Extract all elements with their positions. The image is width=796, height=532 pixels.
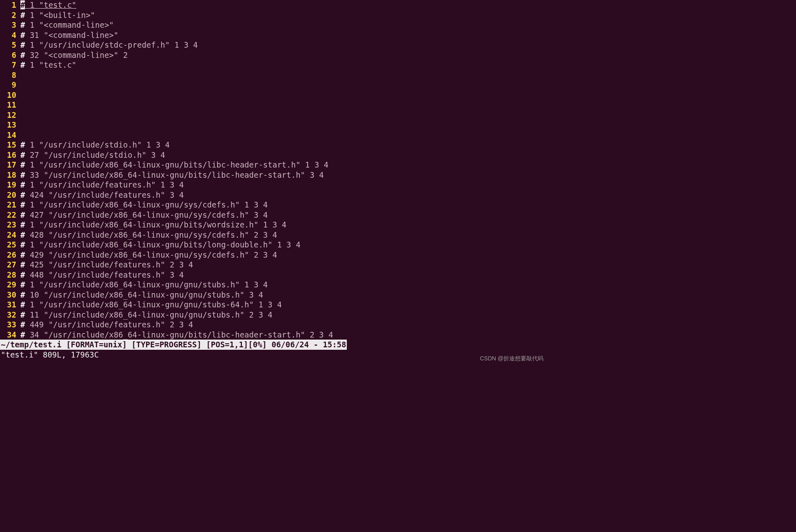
- code-text[interactable]: # 10 "/usr/include/x86_64-linux-gnu/gnu/…: [17, 290, 263, 300]
- code-text[interactable]: # 448 "/usr/include/features.h" 3 4: [17, 270, 184, 280]
- code-line[interactable]: 34# 34 "/usr/include/x86_64-linux-gnu/bi…: [0, 330, 547, 340]
- code-line[interactable]: 8: [0, 70, 547, 80]
- code-line[interactable]: 2# 1 "<built-in>": [0, 10, 547, 20]
- code-line[interactable]: 30# 10 "/usr/include/x86_64-linux-gnu/gn…: [0, 290, 547, 300]
- code-line[interactable]: 21# 1 "/usr/include/x86_64-linux-gnu/sys…: [0, 200, 547, 210]
- code-text[interactable]: # 1 "/usr/include/features.h" 1 3 4: [17, 180, 184, 190]
- hash-char: #: [20, 320, 25, 329]
- code-line[interactable]: 17# 1 "/usr/include/x86_64-linux-gnu/bit…: [0, 160, 547, 170]
- code-text[interactable]: # 27 "/usr/include/stdio.h" 3 4: [17, 150, 165, 160]
- code-line[interactable]: 18# 33 "/usr/include/x86_64-linux-gnu/bi…: [0, 170, 547, 180]
- code-line[interactable]: 3# 1 "<command-line>": [0, 20, 547, 30]
- code-text[interactable]: # 449 "/usr/include/features.h" 2 3 4: [17, 320, 193, 330]
- code-text[interactable]: # 1 "<built-in>": [17, 10, 95, 20]
- code-rest: 10 "/usr/include/x86_64-linux-gnu/gnu/st…: [25, 290, 263, 299]
- code-line[interactable]: 16# 27 "/usr/include/stdio.h" 3 4: [0, 150, 547, 160]
- hash-char: #: [20, 51, 25, 60]
- code-text[interactable]: # 1 "<command-line>": [17, 20, 114, 30]
- code-line[interactable]: 4# 31 "<command-line>": [0, 30, 547, 40]
- hash-char: #: [20, 290, 25, 299]
- line-number: 18: [0, 170, 17, 180]
- code-line[interactable]: 6# 32 "<command-line>" 2: [0, 50, 547, 60]
- code-line[interactable]: 22# 427 "/usr/include/x86_64-linux-gnu/s…: [0, 210, 547, 220]
- code-rest: 11 "/usr/include/x86_64-linux-gnu/gnu/st…: [25, 310, 272, 319]
- code-line[interactable]: 7# 1 "test.c": [0, 60, 547, 70]
- code-line[interactable]: 19# 1 "/usr/include/features.h" 1 3 4: [0, 180, 547, 190]
- code-text[interactable]: # 428 "/usr/include/x86_64-linux-gnu/sys…: [17, 230, 277, 240]
- code-line[interactable]: 32# 11 "/usr/include/x86_64-linux-gnu/gn…: [0, 310, 547, 320]
- code-text[interactable]: # 1 "test.c": [17, 60, 76, 70]
- hash-char: #: [20, 40, 25, 49]
- code-line[interactable]: 24# 428 "/usr/include/x86_64-linux-gnu/s…: [0, 230, 547, 240]
- csdn-watermark: CSDN @折途想要敲代码: [480, 353, 543, 364]
- code-text[interactable]: # 1 "/usr/include/x86_64-linux-gnu/bits/…: [17, 240, 300, 250]
- line-number: 6: [0, 50, 17, 60]
- code-rest: 32 "<command-line>" 2: [25, 51, 128, 60]
- code-text[interactable]: # 34 "/usr/include/x86_64-linux-gnu/bits…: [17, 330, 333, 340]
- line-number: 28: [0, 270, 17, 280]
- code-line[interactable]: 10: [0, 90, 547, 100]
- code-line[interactable]: 11: [0, 100, 547, 110]
- code-text[interactable]: # 31 "<command-line>": [17, 30, 118, 40]
- line-number: 14: [0, 130, 17, 140]
- hash-char: #: [20, 200, 25, 209]
- code-text[interactable]: # 424 "/usr/include/features.h" 3 4: [17, 190, 184, 200]
- code-rest: 1 "<command-line>": [25, 20, 113, 29]
- hash-char: #: [20, 260, 25, 269]
- code-line[interactable]: 20# 424 "/usr/include/features.h" 3 4: [0, 190, 547, 200]
- hash-char: #: [20, 140, 25, 149]
- line-number: 7: [0, 60, 17, 70]
- code-line[interactable]: 31# 1 "/usr/include/x86_64-linux-gnu/gnu…: [0, 300, 547, 310]
- code-text[interactable]: # 1 "/usr/include/x86_64-linux-gnu/bits/…: [17, 160, 328, 170]
- code-text[interactable]: # 1 "test.c": [17, 0, 76, 10]
- code-rest: 31 "<command-line>": [25, 31, 118, 40]
- code-text[interactable]: # 11 "/usr/include/x86_64-linux-gnu/gnu/…: [17, 310, 273, 320]
- line-number: 13: [0, 120, 17, 130]
- code-line[interactable]: 33# 449 "/usr/include/features.h" 2 3 4: [0, 320, 547, 330]
- code-text[interactable]: # 32 "<command-line>" 2: [17, 50, 128, 60]
- code-line[interactable]: 9: [0, 80, 547, 90]
- code-text[interactable]: # 425 "/usr/include/features.h" 2 3 4: [17, 260, 193, 270]
- code-line[interactable]: 26# 429 "/usr/include/x86_64-linux-gnu/s…: [0, 250, 547, 260]
- line-number: 17: [0, 160, 17, 170]
- hash-char: #: [20, 230, 25, 239]
- code-text[interactable]: # 427 "/usr/include/x86_64-linux-gnu/sys…: [17, 210, 268, 220]
- code-text[interactable]: # 1 "/usr/include/stdio.h" 1 3 4: [17, 140, 170, 150]
- code-text[interactable]: # 1 "/usr/include/x86_64-linux-gnu/gnu/s…: [17, 300, 282, 310]
- code-text[interactable]: # 1 "/usr/include/x86_64-linux-gnu/gnu/s…: [17, 280, 268, 290]
- code-text[interactable]: # 1 "/usr/include/stdc-predef.h" 1 3 4: [17, 40, 198, 50]
- line-number: 5: [0, 40, 17, 50]
- code-line[interactable]: 1# 1 "test.c": [0, 0, 547, 10]
- code-rest: 1 "/usr/include/stdc-predef.h" 1 3 4: [25, 40, 197, 49]
- code-rest: 1 "/usr/include/features.h" 1 3 4: [25, 180, 184, 189]
- code-rest: 449 "/usr/include/features.h" 2 3 4: [25, 320, 193, 329]
- code-line[interactable]: 5# 1 "/usr/include/stdc-predef.h" 1 3 4: [0, 40, 547, 50]
- line-number: 27: [0, 260, 17, 270]
- hash-char: #: [20, 190, 25, 199]
- code-text[interactable]: # 33 "/usr/include/x86_64-linux-gnu/bits…: [17, 170, 324, 180]
- line-number: 21: [0, 200, 17, 210]
- code-rest: 1 "/usr/include/x86_64-linux-gnu/gnu/stu…: [25, 300, 282, 309]
- code-text[interactable]: # 1 "/usr/include/x86_64-linux-gnu/bits/…: [17, 220, 286, 230]
- code-rest: 425 "/usr/include/features.h" 2 3 4: [25, 260, 193, 269]
- code-line[interactable]: 14: [0, 130, 547, 140]
- line-number: 22: [0, 210, 17, 220]
- editor-viewport[interactable]: 1# 1 "test.c"2# 1 "<built-in>"3# 1 "<com…: [0, 0, 547, 340]
- code-line[interactable]: 25# 1 "/usr/include/x86_64-linux-gnu/bit…: [0, 240, 547, 250]
- line-number: 4: [0, 30, 17, 40]
- code-line[interactable]: 29# 1 "/usr/include/x86_64-linux-gnu/gnu…: [0, 280, 547, 290]
- code-text[interactable]: # 1 "/usr/include/x86_64-linux-gnu/sys/c…: [17, 200, 268, 210]
- code-line[interactable]: 13: [0, 120, 547, 130]
- line-number: 3: [0, 20, 17, 30]
- line-number: 23: [0, 220, 17, 230]
- line-number: 29: [0, 280, 17, 290]
- code-line[interactable]: 12: [0, 110, 547, 120]
- hash-char: #: [20, 31, 25, 40]
- code-line[interactable]: 15# 1 "/usr/include/stdio.h" 1 3 4: [0, 140, 547, 150]
- code-line[interactable]: 28# 448 "/usr/include/features.h" 3 4: [0, 270, 547, 280]
- hash-char: #: [20, 310, 25, 319]
- code-rest: 1 "/usr/include/x86_64-linux-gnu/bits/li…: [25, 160, 328, 169]
- code-line[interactable]: 27# 425 "/usr/include/features.h" 2 3 4: [0, 260, 547, 270]
- code-line[interactable]: 23# 1 "/usr/include/x86_64-linux-gnu/bit…: [0, 220, 547, 230]
- code-text[interactable]: # 429 "/usr/include/x86_64-linux-gnu/sys…: [17, 250, 277, 260]
